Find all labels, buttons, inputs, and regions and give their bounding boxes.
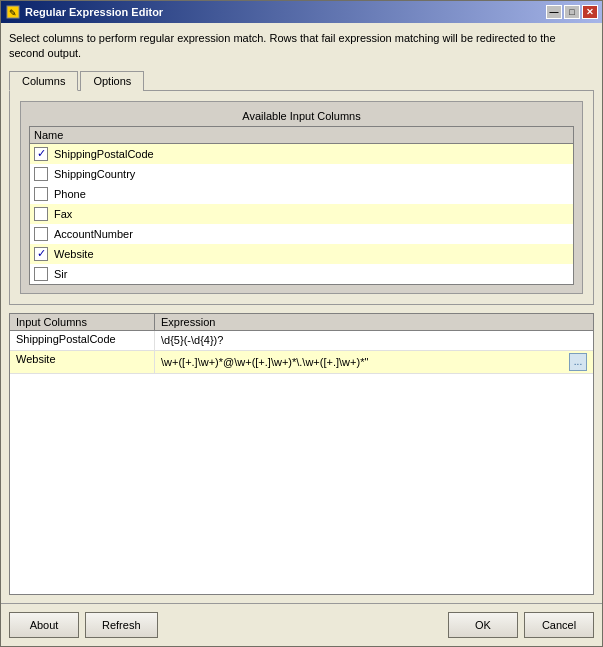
tab-columns[interactable]: Columns bbox=[9, 71, 78, 91]
close-button[interactable]: ✕ bbox=[582, 5, 598, 19]
columns-list-header: Name bbox=[30, 127, 573, 144]
list-item[interactable]: ShippingCountry bbox=[30, 164, 573, 184]
table-row[interactable]: ShippingPostalCode \d{5}(-\d{4})? bbox=[10, 331, 593, 351]
column-checkbox-1[interactable] bbox=[34, 167, 48, 181]
expression-cell-0: \d{5}(-\d{4})? bbox=[155, 331, 593, 350]
footer-left-buttons: About Refresh bbox=[9, 612, 158, 638]
expression-table: Input Columns Expression ShippingPostalC… bbox=[9, 313, 594, 595]
column-name-6: Sir bbox=[54, 268, 67, 280]
list-item[interactable]: ✓ Website bbox=[30, 244, 573, 264]
footer: About Refresh OK Cancel bbox=[1, 603, 602, 646]
window-controls: — □ ✕ bbox=[546, 5, 598, 19]
input-col-cell-0: ShippingPostalCode bbox=[10, 331, 155, 350]
list-item[interactable]: Sir bbox=[30, 264, 573, 284]
cancel-button[interactable]: Cancel bbox=[524, 612, 594, 638]
list-item[interactable]: ✓ ShippingPostalCode bbox=[30, 144, 573, 164]
expression-table-header: Input Columns Expression bbox=[10, 314, 593, 331]
column-checkbox-0[interactable]: ✓ bbox=[34, 147, 48, 161]
expression-text-1: \w+([+.]\w+)*@\w+([+.]\w+)*\.\w+([+.]\w+… bbox=[161, 356, 569, 368]
columns-list: Name ✓ ShippingPostalCode bbox=[29, 126, 574, 285]
list-item[interactable]: Phone bbox=[30, 184, 573, 204]
refresh-button[interactable]: Refresh bbox=[85, 612, 158, 638]
name-column-header: Name bbox=[34, 129, 63, 141]
browse-button[interactable]: ... bbox=[569, 353, 587, 371]
column-checkbox-4[interactable] bbox=[34, 227, 48, 241]
column-name-3: Fax bbox=[54, 208, 72, 220]
check-icon: ✓ bbox=[37, 148, 46, 159]
ok-button[interactable]: OK bbox=[448, 612, 518, 638]
description-text: Select columns to perform regular expres… bbox=[9, 31, 594, 62]
about-button[interactable]: About bbox=[9, 612, 79, 638]
column-name-2: Phone bbox=[54, 188, 86, 200]
list-item[interactable]: Fax bbox=[30, 204, 573, 224]
column-name-5: Website bbox=[54, 248, 94, 260]
check-icon: ✓ bbox=[37, 248, 46, 259]
window-body: Select columns to perform regular expres… bbox=[1, 23, 602, 603]
column-checkbox-5[interactable]: ✓ bbox=[34, 247, 48, 261]
column-checkbox-2[interactable] bbox=[34, 187, 48, 201]
tab-strip: Columns Options bbox=[9, 70, 594, 91]
column-name-0: ShippingPostalCode bbox=[54, 148, 154, 160]
column-checkbox-3[interactable] bbox=[34, 207, 48, 221]
window-title: Regular Expression Editor bbox=[25, 6, 546, 18]
column-checkbox-6[interactable] bbox=[34, 267, 48, 281]
column-name-1: ShippingCountry bbox=[54, 168, 135, 180]
input-col-cell-1: Website bbox=[10, 351, 155, 373]
main-window: ✎ Regular Expression Editor — □ ✕ Select… bbox=[0, 0, 603, 647]
available-columns-label: Available Input Columns bbox=[29, 110, 574, 122]
input-columns-header: Input Columns bbox=[10, 314, 155, 330]
columns-scroll-area[interactable]: ✓ ShippingPostalCode ShippingCountry bbox=[30, 144, 573, 284]
table-row[interactable]: Website \w+([+.]\w+)*@\w+([+.]\w+)*\.\w+… bbox=[10, 351, 593, 374]
maximize-button[interactable]: □ bbox=[564, 5, 580, 19]
expression-text-0: \d{5}(-\d{4})? bbox=[161, 334, 587, 346]
title-bar: ✎ Regular Expression Editor — □ ✕ bbox=[1, 1, 602, 23]
expression-cell-1: \w+([+.]\w+)*@\w+([+.]\w+)*\.\w+([+.]\w+… bbox=[155, 351, 593, 373]
tab-options[interactable]: Options bbox=[80, 71, 144, 91]
minimize-button[interactable]: — bbox=[546, 5, 562, 19]
window-icon: ✎ bbox=[5, 4, 21, 20]
svg-text:✎: ✎ bbox=[9, 8, 17, 18]
expression-area: Input Columns Expression ShippingPostalC… bbox=[9, 305, 594, 595]
list-item[interactable]: AccountNumber bbox=[30, 224, 573, 244]
footer-right-buttons: OK Cancel bbox=[448, 612, 594, 638]
expression-header: Expression bbox=[155, 314, 593, 330]
column-name-4: AccountNumber bbox=[54, 228, 133, 240]
available-columns-container: Available Input Columns Name ✓ ShippingP… bbox=[20, 101, 583, 294]
tab-columns-panel: Available Input Columns Name ✓ ShippingP… bbox=[9, 91, 594, 305]
